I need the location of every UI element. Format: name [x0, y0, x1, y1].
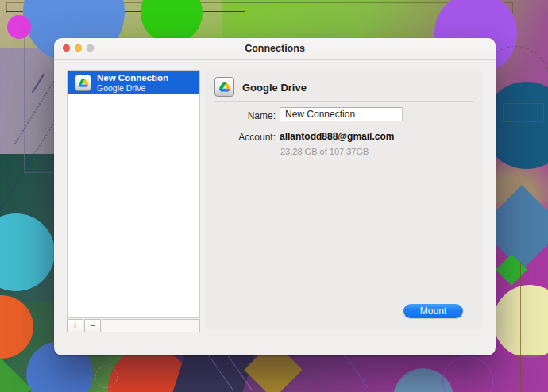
google-drive-icon	[214, 77, 234, 97]
connection-name: New Connection	[97, 73, 168, 83]
connection-detail-panel: Google Drive Name: Account: allantodd888…	[205, 70, 483, 329]
list-controls-filler	[102, 319, 200, 332]
traffic-lights	[63, 44, 94, 52]
connections-list: New Connection Google Drive	[67, 70, 200, 318]
connection-text: New Connection Google Drive	[97, 73, 168, 93]
remove-connection-button[interactable]: −	[84, 319, 101, 332]
desktop: Connections	[0, 0, 548, 392]
bg-polygon-navy	[173, 355, 255, 392]
connections-window: Connections	[54, 38, 496, 355]
account-value: allantodd888@gmail.com	[280, 131, 394, 142]
name-input[interactable]	[280, 107, 403, 121]
bg-outline-square	[503, 103, 544, 122]
storage-usage: 23,28 GB of 107,37GB	[280, 147, 369, 156]
name-label: Name:	[205, 110, 276, 121]
minimize-button[interactable]	[75, 44, 82, 52]
window-title: Connections	[54, 38, 496, 59]
mount-button[interactable]: Mount	[403, 304, 463, 318]
bg-vline-right	[520, 262, 521, 392]
bg-ring-dashed-pink	[95, 366, 118, 388]
account-label: Account:	[205, 132, 276, 143]
zoom-button[interactable]	[87, 44, 94, 52]
connection-list-item[interactable]: New Connection Google Drive	[68, 71, 199, 94]
divider	[214, 101, 474, 102]
bg-vline-left	[25, 196, 25, 275]
close-button[interactable]	[63, 44, 70, 52]
list-controls: + −	[67, 319, 200, 332]
connection-service: Google Drive	[97, 83, 168, 93]
title-bar[interactable]: Connections	[54, 38, 496, 60]
google-drive-icon	[75, 75, 91, 91]
service-title: Google Drive	[242, 82, 307, 94]
connections-sidebar: New Connection Google Drive + −	[67, 70, 200, 332]
add-connection-button[interactable]: +	[67, 319, 83, 332]
bg-circle-magenta	[7, 15, 31, 39]
